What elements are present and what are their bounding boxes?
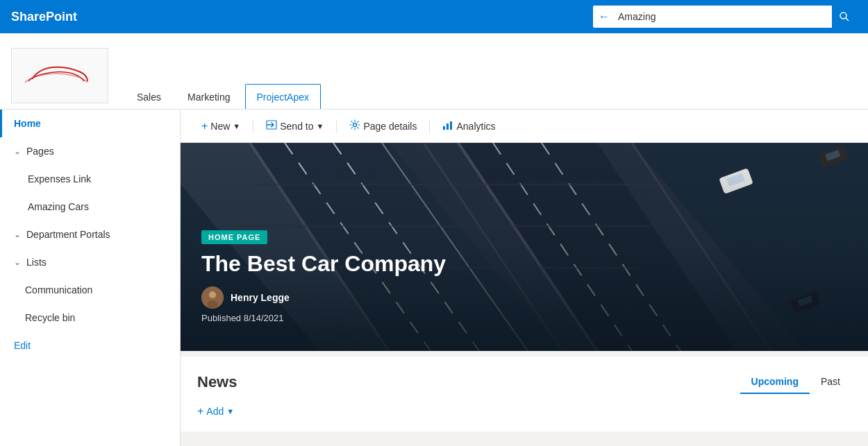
analytics-icon xyxy=(442,119,453,133)
svg-rect-5 xyxy=(446,123,449,130)
svg-point-3 xyxy=(353,123,357,126)
sidebar-item-communication[interactable]: Communication xyxy=(0,276,180,304)
chevron-add-icon: ▼ xyxy=(226,407,234,415)
toolbar-separator-1 xyxy=(253,119,253,133)
search-icon xyxy=(839,11,850,22)
chevron-down-icon-3: ⌄ xyxy=(14,257,21,267)
toolbar-separator-2 xyxy=(336,119,337,133)
tab-projectapex[interactable]: ProjectApex xyxy=(245,84,321,109)
svg-point-33 xyxy=(207,300,218,309)
sidebar-pages-label: Pages xyxy=(26,146,54,157)
toolbar-separator-3 xyxy=(429,119,430,133)
send-to-button[interactable]: Send to ▼ xyxy=(259,115,331,137)
hero-section: HOME PAGE The Best Car Company Henry Leg… xyxy=(181,143,868,351)
sidebar-item-home[interactable]: Home xyxy=(0,110,180,137)
news-section: News Upcoming Past + Add ▼ xyxy=(181,357,868,431)
site-logo-image xyxy=(12,49,108,103)
author-avatar xyxy=(201,286,224,309)
search-input[interactable] xyxy=(615,11,832,22)
sidebar-item-lists[interactable]: ⌄ Lists xyxy=(0,248,180,276)
site-tabs-row: Sales Marketing ProjectApex xyxy=(125,33,321,109)
sidebar-home-label: Home xyxy=(14,118,41,129)
site-logo-box xyxy=(11,48,108,103)
chevron-new-icon: ▼ xyxy=(233,122,240,130)
hero-title: The Best Car Company xyxy=(201,251,446,277)
sidebar-edit-link[interactable]: Edit xyxy=(0,332,180,359)
plus-icon: + xyxy=(201,120,208,132)
search-submit-button[interactable] xyxy=(832,6,857,28)
news-add-label: Add xyxy=(206,406,224,417)
sidebar-item-pages[interactable]: ⌄ Pages xyxy=(0,137,180,165)
top-nav-bar: SharePoint ← xyxy=(0,0,868,33)
home-page-badge: HOME PAGE xyxy=(201,230,267,244)
search-back-button[interactable]: ← xyxy=(593,8,615,26)
sharepoint-logo: SharePoint xyxy=(11,10,77,24)
content-area: + New ▼ Send to ▼ xyxy=(181,110,868,446)
chevron-sendto-icon: ▼ xyxy=(317,122,324,130)
news-title: News xyxy=(197,373,237,391)
send-icon xyxy=(266,119,277,133)
hero-content: HOME PAGE The Best Car Company Henry Leg… xyxy=(201,230,446,323)
sidebar-communication-label: Communication xyxy=(25,284,92,295)
analytics-button[interactable]: Analytics xyxy=(435,115,502,137)
hero-background: HOME PAGE The Best Car Company Henry Leg… xyxy=(181,143,868,351)
toolbar: + New ▼ Send to ▼ xyxy=(181,110,868,143)
hero-author-row: Henry Legge xyxy=(201,286,446,309)
sidebar-expenses-link-label: Expenses Link xyxy=(28,173,91,185)
gear-icon xyxy=(349,119,360,133)
sidebar-amazing-cars-label: Amazing Cars xyxy=(28,201,89,212)
news-add-row[interactable]: + Add ▼ xyxy=(197,405,851,418)
sidebar: Home ⌄ Pages Expenses Link Amazing Cars … xyxy=(0,110,181,446)
site-tabs-area: Sales Marketing ProjectApex xyxy=(0,33,868,110)
tab-marketing[interactable]: Marketing xyxy=(176,84,242,109)
sidebar-dept-portals-label: Department Portals xyxy=(26,229,110,240)
sidebar-item-department-portals[interactable]: ⌄ Department Portals xyxy=(0,221,180,248)
sidebar-item-amazing-cars[interactable]: Amazing Cars xyxy=(0,193,180,221)
svg-rect-6 xyxy=(450,121,452,130)
chevron-down-icon-2: ⌄ xyxy=(14,230,21,239)
search-bar-container: ← xyxy=(593,6,857,28)
sidebar-item-expenses-link[interactable]: Expenses Link xyxy=(0,165,180,193)
author-name: Henry Legge xyxy=(231,292,290,303)
news-header: News Upcoming Past xyxy=(197,370,851,394)
sidebar-item-recycle-bin[interactable]: Recycle bin xyxy=(0,304,180,332)
svg-line-1 xyxy=(846,18,849,21)
sidebar-lists-label: Lists xyxy=(26,257,47,268)
main-layout: Home ⌄ Pages Expenses Link Amazing Cars … xyxy=(0,110,868,446)
svg-point-0 xyxy=(840,12,846,19)
chevron-down-icon: ⌄ xyxy=(14,146,21,156)
news-plus-icon: + xyxy=(197,405,203,418)
news-tabs: Upcoming Past xyxy=(740,370,851,394)
tab-sales[interactable]: Sales xyxy=(125,84,173,109)
published-date: Published 8/14/2021 xyxy=(201,313,446,323)
sidebar-recycle-bin-label: Recycle bin xyxy=(25,312,75,323)
new-button[interactable]: + New ▼ xyxy=(194,116,247,137)
svg-point-32 xyxy=(209,291,216,298)
page-details-button[interactable]: Page details xyxy=(342,115,424,137)
news-tab-past[interactable]: Past xyxy=(810,370,851,394)
svg-rect-4 xyxy=(443,126,445,130)
news-tab-upcoming[interactable]: Upcoming xyxy=(740,370,810,394)
